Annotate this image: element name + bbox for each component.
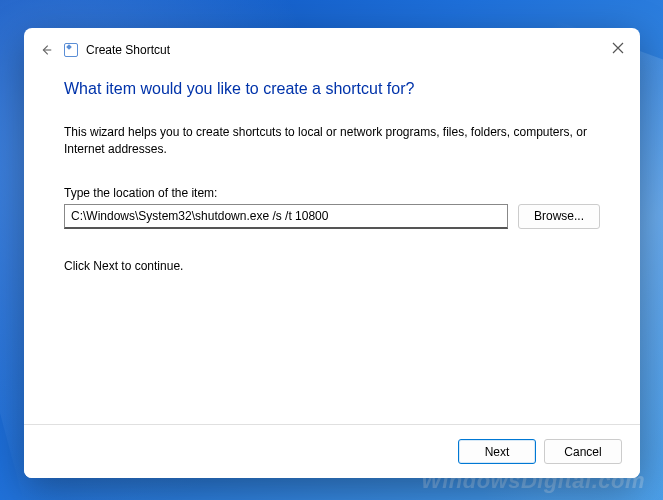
dialog-footer: Next Cancel	[24, 424, 640, 478]
location-row: Browse...	[64, 204, 600, 229]
titlebar: Create Shortcut	[24, 28, 640, 72]
location-label: Type the location of the item:	[64, 186, 600, 200]
location-input[interactable]	[64, 204, 508, 229]
create-shortcut-dialog: Create Shortcut What item would you like…	[24, 28, 640, 478]
wizard-description: This wizard helps you to create shortcut…	[64, 124, 600, 158]
back-arrow-icon[interactable]	[38, 42, 54, 58]
dialog-content: What item would you like to create a sho…	[24, 72, 640, 424]
continue-hint: Click Next to continue.	[64, 259, 600, 273]
next-button[interactable]: Next	[458, 439, 536, 464]
browse-button[interactable]: Browse...	[518, 204, 600, 229]
cancel-button[interactable]: Cancel	[544, 439, 622, 464]
dialog-title: Create Shortcut	[86, 43, 170, 57]
page-heading: What item would you like to create a sho…	[64, 80, 600, 98]
shortcut-icon	[64, 43, 78, 57]
close-icon[interactable]	[612, 40, 626, 54]
